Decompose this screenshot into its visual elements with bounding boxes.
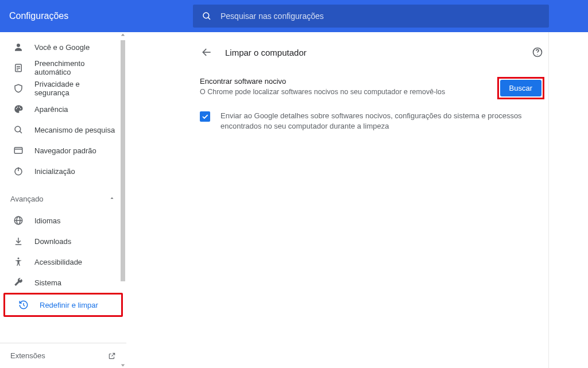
- scroll-up-icon[interactable]: [119, 32, 126, 38]
- assignment-icon: [13, 62, 24, 73]
- sidebar-item-label: Idiomas: [34, 216, 61, 225]
- report-checkbox-row: Enviar ao Google detalhes sobre software…: [200, 105, 544, 137]
- sidebar-item-downloads[interactable]: Downloads: [0, 231, 126, 251]
- divider: [548, 32, 549, 368]
- sidebar-section-label: Avançado: [10, 195, 44, 203]
- globe-icon: [13, 215, 24, 226]
- sidebar-item-search-engine[interactable]: Mecanismo de pesquisa: [0, 119, 126, 140]
- search-icon: [13, 124, 24, 135]
- svg-point-7: [16, 108, 17, 109]
- report-checkbox-label: Enviar ao Google detalhes sobre software…: [220, 111, 544, 131]
- svg-point-11: [15, 126, 21, 132]
- svg-point-0: [203, 13, 209, 18]
- scrollbar-thumb[interactable]: [121, 40, 125, 281]
- sidebar-item-label: Privacidade e segurança: [34, 80, 116, 97]
- svg-point-10: [20, 108, 21, 109]
- sidebar-item-you-and-google[interactable]: Você e o Google: [0, 37, 126, 57]
- sidebar-item-default-browser[interactable]: Navegador padrão: [0, 140, 126, 161]
- page-title: Limpar o computador: [225, 48, 531, 57]
- wrench-icon: [13, 277, 24, 288]
- svg-point-28: [537, 55, 537, 55]
- restore-icon: [18, 299, 29, 311]
- header: Configurações: [0, 0, 588, 32]
- sidebar-item-autofill[interactable]: Preenchimento automático: [0, 57, 126, 78]
- sidebar-item-on-startup[interactable]: Inicialização: [0, 161, 126, 181]
- sidebar-item-label: Navegador padrão: [34, 146, 96, 155]
- power-icon: [13, 165, 24, 177]
- svg-line-1: [208, 17, 210, 20]
- sidebar-item-label: Você e o Google: [34, 43, 90, 52]
- sidebar-item-privacy[interactable]: Privacidade e segurança: [0, 78, 126, 99]
- search-bar[interactable]: [193, 5, 549, 28]
- svg-point-9: [19, 107, 20, 108]
- chevron-up-icon: [109, 195, 116, 202]
- sidebar-item-accessibility[interactable]: Acessibilidade: [0, 251, 126, 272]
- find-software-row: Encontrar software nocivo O Chrome pode …: [200, 69, 544, 105]
- sidebar-section-advanced[interactable]: Avançado: [0, 187, 126, 210]
- shield-icon: [13, 83, 24, 94]
- palette-icon: [13, 103, 24, 115]
- find-software-sub: O Chrome pode localizar softwares nocivo…: [200, 88, 497, 96]
- person-icon: [13, 41, 24, 53]
- external-link-icon: [108, 352, 116, 360]
- help-button[interactable]: [531, 45, 544, 59]
- search-icon: [201, 11, 212, 21]
- svg-line-25: [111, 353, 114, 356]
- scroll-down-icon[interactable]: [119, 362, 126, 368]
- content: Limpar o computador Encontrar software n…: [126, 32, 588, 368]
- sidebar: Você e o Google Preenchimento automático…: [0, 32, 126, 368]
- accessibility-icon: [13, 256, 24, 268]
- sidebar-item-reset-cleanup[interactable]: Redefinir e limpar: [5, 295, 121, 315]
- sidebar-scrollbar[interactable]: [119, 32, 126, 368]
- sidebar-item-label: Acessibilidade: [34, 258, 82, 266]
- browser-icon: [13, 145, 24, 156]
- sidebar-item-label: Redefinir e limpar: [40, 301, 98, 309]
- highlight-box: Buscar: [497, 77, 544, 99]
- download-icon: [13, 235, 24, 247]
- panel-header: Limpar o computador: [200, 36, 544, 69]
- sidebar-item-system[interactable]: Sistema: [0, 272, 126, 293]
- svg-rect-13: [14, 148, 22, 154]
- report-checkbox[interactable]: [200, 111, 210, 122]
- sidebar-item-label: Aparência: [34, 105, 68, 114]
- svg-point-22: [18, 258, 20, 259]
- sidebar-item-label: Sistema: [34, 278, 61, 287]
- back-button[interactable]: [200, 45, 214, 59]
- svg-point-2: [17, 44, 20, 47]
- find-software-heading: Encontrar software nocivo: [200, 77, 497, 86]
- sidebar-item-label: Preenchimento automático: [34, 59, 116, 76]
- search-input[interactable]: [220, 11, 541, 21]
- sidebar-item-extensions[interactable]: Extensões: [0, 343, 126, 368]
- search-button[interactable]: Buscar: [500, 80, 541, 96]
- sidebar-item-languages[interactable]: Idiomas: [0, 210, 126, 231]
- sidebar-footer-label: Extensões: [10, 351, 45, 360]
- svg-line-24: [24, 305, 25, 307]
- app-title: Configurações: [9, 11, 193, 21]
- svg-line-12: [20, 131, 22, 133]
- sidebar-item-label: Inicialização: [34, 167, 75, 176]
- sidebar-item-label: Downloads: [34, 237, 71, 246]
- svg-point-8: [17, 107, 18, 108]
- sidebar-item-appearance[interactable]: Aparência: [0, 99, 126, 119]
- sidebar-item-label: Mecanismo de pesquisa: [34, 126, 115, 134]
